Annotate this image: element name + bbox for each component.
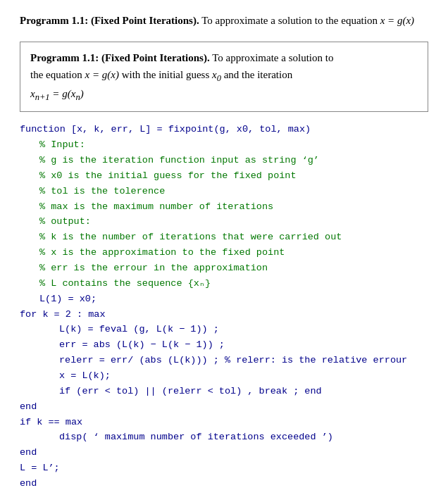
code-if-body: disp( ‘ maximum number of iterations exc… <box>20 430 428 445</box>
comment-5: % output: <box>20 214 428 230</box>
code-init: L(1) = x0; <box>20 292 428 307</box>
box-iter: xn+1 = g(xn) <box>30 88 84 99</box>
comment-8: % err is the errour in the approximation <box>20 261 428 276</box>
box-label: Programm 1.1: <box>30 52 99 63</box>
box-line1-text: To approximate a solution to <box>212 52 333 63</box>
intro-label: Programm 1.1: <box>20 15 88 26</box>
box-label-sub: (Fixed Point Iterations). <box>101 52 210 63</box>
code-loop-0: L(k) = feval (g, L(k − 1)) ; <box>20 322 428 337</box>
box-line2-cont2: and the iteration <box>221 69 292 80</box>
code-signature: function [x, k, err, L] = fixpoint(g, x0… <box>20 122 428 137</box>
comment-1: % g is the iteration function input as s… <box>20 153 428 168</box>
box-x0: x0 <box>212 69 221 80</box>
code-loop-3: x = L(k); <box>20 368 428 384</box>
intro-paragraph: Programm 1.1: (Fixed Point Iterations). … <box>20 13 428 29</box>
comment-2: % x0 is the initial guess for the fixed … <box>20 168 428 184</box>
intro-eq: x = g(x) <box>380 15 414 26</box>
comment-9: % L contains the sequence {xₙ} <box>20 276 428 292</box>
comment-4: % max is the maximum number of iteration… <box>20 199 428 215</box>
comment-0: % Input: <box>20 137 428 153</box>
code-loop-2: relerr = err/ (abs (L(k))) ; % relerr: i… <box>20 353 428 368</box>
code-loop-1: err = abs (L(k) − L(k − 1)) ; <box>20 337 428 353</box>
code-block: function [x, k, err, L] = fixpoint(g, x0… <box>20 122 428 491</box>
code-loop-start: for k = 2 : max <box>20 307 428 322</box>
box-line2-cont: with the initial guess <box>119 69 212 80</box>
definition-box: Programm 1.1: (Fixed Point Iterations). … <box>20 42 428 112</box>
comment-7: % x is the approximation to the fixed po… <box>20 245 428 261</box>
code-end2: end <box>20 445 428 460</box>
comment-3: % tol is the tolerence <box>20 184 428 199</box>
code-loop-4: if (err < tol) || (relerr < tol) , break… <box>20 384 428 399</box>
intro-label-sub: (Fixed Point Iterations). <box>91 15 199 26</box>
code-end3: end <box>20 476 428 491</box>
code-assign: L = L’; <box>20 460 428 476</box>
intro-text: To approximate a solution to the equatio… <box>201 15 380 26</box>
code-if-max: if k == max <box>20 415 428 430</box>
box-line2-text: the equation <box>30 69 85 80</box>
comment-6: % k is the number of iterations that wer… <box>20 230 428 245</box>
code-end1: end <box>20 399 428 415</box>
box-eq: x = g(x) <box>85 69 118 80</box>
